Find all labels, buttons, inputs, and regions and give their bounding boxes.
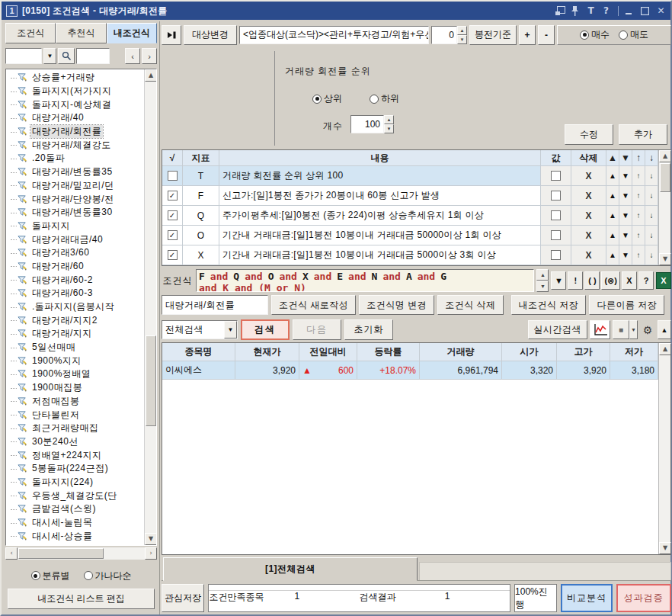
delete-button[interactable]: X — [585, 230, 591, 241]
tree-item[interactable]: 대량거래3/60 — [8, 246, 143, 260]
bong-basis-button[interactable]: 봉전기준 — [469, 25, 517, 45]
expr-tool-button[interactable]: ? — [638, 271, 654, 290]
rename-condition-button[interactable]: 조건식명 변경 — [359, 295, 434, 315]
results-scrollbar[interactable]: ▲ ▼ — [658, 343, 670, 554]
tree-item[interactable]: 대량거래/변동률30 — [8, 206, 143, 220]
tree-item[interactable]: 대량거래/밑꼬리/던 — [8, 179, 143, 193]
bong-count-value[interactable]: 0 — [431, 26, 457, 44]
collapse-panel-icon[interactable] — [162, 25, 181, 45]
row-checkbox[interactable] — [168, 230, 178, 240]
move-down-icon[interactable]: ↓ — [645, 186, 658, 206]
value-checkbox[interactable] — [551, 171, 561, 181]
expr-tool-button[interactable]: ▼ — [551, 271, 566, 290]
chart-icon[interactable] — [590, 320, 610, 339]
scroll-down-icon[interactable]: ▼ — [659, 542, 671, 554]
stock-name-cell[interactable]: 이씨에스 — [162, 361, 235, 380]
tree-item[interactable]: 1900%정배열 — [8, 367, 143, 381]
chevron-down-icon[interactable]: ▼ — [224, 321, 237, 338]
tree-item[interactable]: 상승률+거래량 — [8, 71, 143, 85]
search-icon[interactable] — [58, 48, 75, 64]
tab-조건식[interactable]: 조건식 — [5, 23, 56, 43]
row-checkbox[interactable] — [168, 191, 178, 201]
tree-item[interactable]: 저점매집봉 — [8, 395, 143, 409]
save-interest-button[interactable]: 관심저장 — [162, 584, 204, 612]
move-down-icon[interactable]: ↓ — [645, 226, 658, 245]
move-up-icon[interactable]: ↑ — [632, 245, 645, 265]
next-button[interactable]: › — [142, 48, 157, 64]
move-bottom-icon[interactable]: ▼ — [619, 206, 632, 226]
tree-item[interactable]: 대량거래/60 — [8, 260, 143, 274]
rank-direction-radio-icon[interactable] — [312, 95, 322, 104]
tree-vertical-scrollbar[interactable]: ▲ ▼ — [144, 69, 156, 545]
performance-verify-button[interactable]: 성과검증 — [616, 584, 671, 612]
save-as-button[interactable]: 다른이름 저장 — [589, 295, 664, 315]
tree-item[interactable]: 대시세-눌림목 — [8, 516, 143, 530]
move-up-icon[interactable]: ↑ — [632, 166, 645, 186]
tree-item[interactable]: 1900매집봉 — [8, 381, 143, 395]
close-icon[interactable]: ✕ — [656, 5, 666, 16]
move-bottom-icon[interactable]: ▼ — [619, 166, 632, 186]
prev-button[interactable]: ‹ — [125, 48, 140, 64]
tree-item[interactable]: 대량거래/회전률 — [8, 125, 143, 139]
scroll-up-icon[interactable]: ▲ — [659, 150, 671, 162]
tree-item[interactable]: 돌파지지-예상체결 — [8, 98, 143, 111]
compare-analysis-button[interactable]: 비교분석 — [561, 584, 612, 612]
search-button[interactable]: 검색 — [241, 319, 290, 340]
move-down-icon[interactable]: ↓ — [645, 245, 658, 265]
edit-list-button[interactable]: 내조건식 리스트 편집 — [8, 589, 155, 609]
expr-tool-button[interactable]: ! — [568, 271, 583, 290]
gear-icon[interactable]: ⚙ — [640, 320, 655, 339]
tree-horizontal-scrollbar[interactable]: ‹ › — [5, 547, 157, 560]
tree-item[interactable]: 30분240선 — [8, 435, 143, 449]
value-checkbox[interactable] — [551, 230, 561, 240]
tree-item[interactable]: 대량거래/60-2 — [8, 273, 143, 287]
save-my-condition-button[interactable]: 내조건식 저장 — [511, 295, 587, 315]
move-top-icon[interactable]: ▲ — [606, 166, 619, 186]
add-button[interactable]: 추가 — [619, 124, 667, 145]
target-scope-field[interactable]: <업종대상(코스닥)><관리+투자경고/위험+우선주 — [239, 26, 429, 44]
tree-item[interactable]: 5봉돌파(224근접) — [8, 462, 143, 476]
tree-item[interactable]: 대량거래대금/40 — [8, 233, 143, 246]
move-top-icon[interactable]: ▲ — [606, 226, 619, 245]
delete-button[interactable]: X — [585, 191, 591, 201]
tab-추천식[interactable]: 추천식 — [56, 23, 106, 43]
scroll-down-icon[interactable]: ▼ — [659, 253, 671, 265]
sort-mode-radio-icon[interactable] — [31, 571, 40, 580]
tree-item[interactable]: .돌파지지(음봉시작 — [8, 300, 143, 314]
scroll-up-icon[interactable]: ▲ — [659, 343, 671, 355]
maximize-icon[interactable] — [641, 7, 651, 15]
delete-button[interactable]: X — [585, 210, 591, 221]
scroll-up-icon[interactable]: ▲ — [145, 69, 157, 82]
category-combobox[interactable] — [5, 48, 42, 64]
tree-item[interactable]: 대량거래/60-3 — [8, 287, 143, 300]
move-up-icon[interactable]: ↑ — [632, 186, 645, 206]
popup-window-icon[interactable] — [555, 6, 565, 15]
delete-button[interactable]: X — [585, 171, 591, 181]
tree-item[interactable]: 5일선매매 — [8, 341, 143, 355]
tree-item[interactable]: 최근거래량매집 — [8, 422, 143, 435]
scrollbar-thumb[interactable] — [660, 163, 670, 192]
tree-item[interactable]: 단타볼린저 — [8, 408, 143, 422]
row-checkbox[interactable] — [168, 210, 178, 220]
scroll-left-icon[interactable]: ‹ — [5, 547, 18, 560]
move-top-icon[interactable]: ▲ — [606, 206, 619, 226]
tree-item[interactable]: 대량거래/지지2 — [8, 313, 143, 327]
tree-item[interactable]: 돌파지지(저가지지 — [8, 85, 143, 98]
rank-direction-option[interactable]: 하위 — [370, 92, 399, 105]
condition-name-input[interactable]: 대량거래/회전률 — [162, 295, 268, 315]
tree-item[interactable]: 돌파지지 — [8, 220, 143, 233]
value-checkbox[interactable] — [551, 191, 561, 201]
trade-side-radio-icon[interactable] — [580, 30, 589, 40]
chevron-down-icon[interactable]: ▼ — [629, 320, 638, 339]
scroll-right-icon[interactable]: › — [145, 547, 157, 560]
move-top-icon[interactable]: ▲ — [606, 245, 619, 265]
tree-item[interactable]: 금밭검색(스윙) — [8, 502, 143, 516]
scroll-down-icon[interactable]: ▼ — [145, 533, 157, 545]
tab-내조건식[interactable]: 내조건식 — [107, 23, 157, 43]
tree-item[interactable]: 1900%지지 — [8, 354, 143, 367]
modify-button[interactable]: 수정 — [565, 124, 613, 145]
move-down-icon[interactable]: ↓ — [645, 206, 658, 226]
delete-button[interactable]: X — [585, 250, 591, 261]
minus-button[interactable]: - — [538, 25, 555, 45]
move-down-icon[interactable]: ↓ — [645, 166, 658, 186]
